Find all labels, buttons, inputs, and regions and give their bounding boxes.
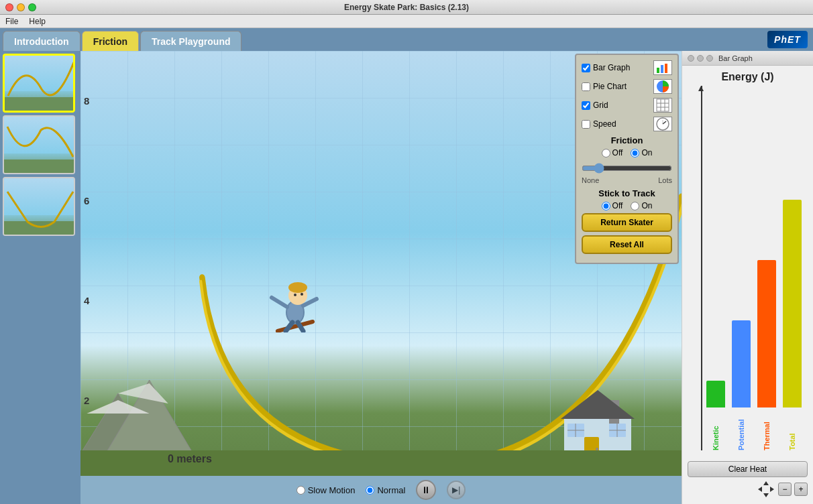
bars-container: KineticPotentialThermalTotal	[706, 209, 802, 450]
pie-chart-checkbox[interactable]	[582, 82, 590, 91]
bar-potential	[732, 320, 751, 407]
control-panel: Bar Graph Pie Chart	[575, 54, 679, 264]
normal-radio-group: Normal	[366, 485, 405, 495]
window-title: Energy Skate Park: Basics (2.13)	[344, 3, 469, 12]
bar-item-thermal: Thermal	[757, 260, 776, 450]
svg-point-6	[287, 302, 303, 323]
tab-track-playground[interactable]: Track Playground	[140, 31, 241, 51]
stick-on-label[interactable]: On	[631, 201, 652, 210]
bar-graph-title-bar: Bar Graph	[682, 51, 813, 66]
grid-label[interactable]: Grid	[582, 101, 608, 110]
bg-btn-2[interactable]	[697, 55, 704, 62]
bar-graph-title: Bar Graph	[718, 54, 753, 62]
normal-radio[interactable]	[366, 486, 374, 495]
speed-checkbox[interactable]	[582, 120, 590, 129]
bg-btn-1[interactable]	[688, 55, 694, 62]
phet-logo: PhET	[767, 31, 808, 48]
step-button[interactable]: ▶|	[447, 481, 466, 499]
bar-label-kinetic: Kinetic	[712, 410, 720, 450]
stick-off-radio[interactable]	[602, 202, 610, 210]
tab-introduction[interactable]: Introduction	[3, 31, 80, 51]
pie-chart-row: Pie Chart	[582, 79, 672, 94]
speed-icon	[653, 117, 672, 131]
speed-row: Speed	[582, 117, 672, 131]
grid-checkbox[interactable]	[582, 101, 590, 110]
bar-graph-label[interactable]: Bar Graph	[582, 63, 630, 72]
pie-chart-icon	[653, 79, 672, 94]
svg-rect-27	[661, 65, 663, 73]
close-button[interactable]	[5, 3, 13, 11]
house	[561, 387, 641, 454]
reset-all-button[interactable]: Reset All	[582, 235, 672, 254]
maximize-button[interactable]	[28, 3, 36, 11]
svg-marker-40	[758, 487, 762, 492]
svg-line-11	[272, 298, 287, 307]
svg-line-13	[286, 322, 292, 331]
left-panel	[0, 51, 80, 504]
svg-rect-30	[657, 99, 669, 111]
zoom-plus-icon: +	[798, 485, 803, 494]
svg-marker-39	[763, 493, 769, 497]
friction-on-label[interactable]: On	[631, 148, 652, 158]
file-menu[interactable]: File	[5, 17, 18, 26]
friction-off-label[interactable]: Off	[602, 148, 623, 158]
svg-marker-38	[763, 481, 769, 485]
speed-label[interactable]: Speed	[582, 119, 616, 129]
svg-rect-26	[657, 68, 659, 73]
stick-off-label[interactable]: Off	[602, 201, 623, 210]
ground-label: 0 meters	[168, 453, 212, 465]
friction-off-radio[interactable]	[602, 149, 610, 158]
friction-slider[interactable]	[582, 163, 672, 174]
stick-to-track-label: Stick to Track	[582, 188, 672, 198]
slow-motion-radio[interactable]	[296, 486, 305, 495]
zoom-plus-button[interactable]: +	[794, 483, 808, 496]
tab-friction[interactable]: Friction	[82, 31, 139, 51]
svg-line-36	[663, 121, 666, 124]
bar-item-total: Total	[783, 200, 802, 450]
slow-motion-radio-group: Slow Motion	[296, 485, 356, 495]
energy-label: Energy (J)	[688, 71, 808, 83]
bar-label-thermal: Thermal	[763, 410, 771, 450]
track-thumb-1[interactable]	[3, 54, 75, 113]
friction-on-radio[interactable]	[631, 149, 639, 158]
zoom-minus-icon: −	[782, 485, 787, 494]
step-icon: ▶|	[452, 485, 460, 495]
stick-on-radio[interactable]	[631, 202, 639, 210]
svg-point-9	[294, 294, 296, 296]
stick-radio-row: Off On	[582, 201, 672, 210]
bar-graph-checkbox[interactable]	[582, 64, 590, 72]
bg-btn-3[interactable]	[706, 55, 713, 62]
window-controls[interactable]	[5, 3, 36, 11]
track-thumb-3[interactable]	[3, 177, 75, 236]
slow-motion-label: Slow Motion	[308, 485, 356, 495]
bar-total	[783, 200, 802, 407]
minimize-button[interactable]	[17, 3, 25, 11]
help-menu[interactable]: Help	[29, 17, 46, 26]
title-bar: Energy Skate Park: Basics (2.13)	[0, 0, 813, 15]
svg-marker-41	[770, 487, 774, 492]
pause-button[interactable]: ⏸	[416, 480, 436, 500]
playback-bar: Slow Motion Normal ⏸ ▶|	[80, 476, 682, 504]
track-thumb-2[interactable]	[3, 115, 75, 174]
svg-rect-28	[665, 64, 667, 73]
bar-chart-y-axis	[701, 86, 702, 450]
return-skater-button[interactable]: Return Skater	[582, 213, 672, 232]
bar-thermal	[757, 260, 776, 407]
bar-graph-row: Bar Graph	[582, 60, 672, 75]
pie-chart-label[interactable]: Pie Chart	[582, 82, 627, 91]
sim-canvas: 2 4 6 8	[80, 51, 682, 504]
bar-graph-icon	[653, 60, 672, 75]
normal-label: Normal	[377, 485, 405, 495]
zoom-minus-button[interactable]: −	[778, 483, 792, 496]
bg-content: Energy (J) KineticPotentialThermalTotal	[682, 66, 813, 458]
sim-area: 2 4 6 8	[0, 51, 813, 504]
svg-point-10	[301, 293, 303, 296]
bar-label-potential: Potential	[737, 410, 745, 450]
menu-bar: File Help	[0, 15, 813, 28]
bg-window-controls[interactable]	[688, 55, 713, 62]
svg-marker-17	[561, 390, 635, 419]
pause-icon: ⏸	[421, 485, 431, 495]
bar-chart-area: KineticPotentialThermalTotal	[688, 86, 808, 450]
clear-heat-button[interactable]: Clear Heat	[688, 461, 808, 477]
bar-label-total: Total	[788, 410, 796, 450]
